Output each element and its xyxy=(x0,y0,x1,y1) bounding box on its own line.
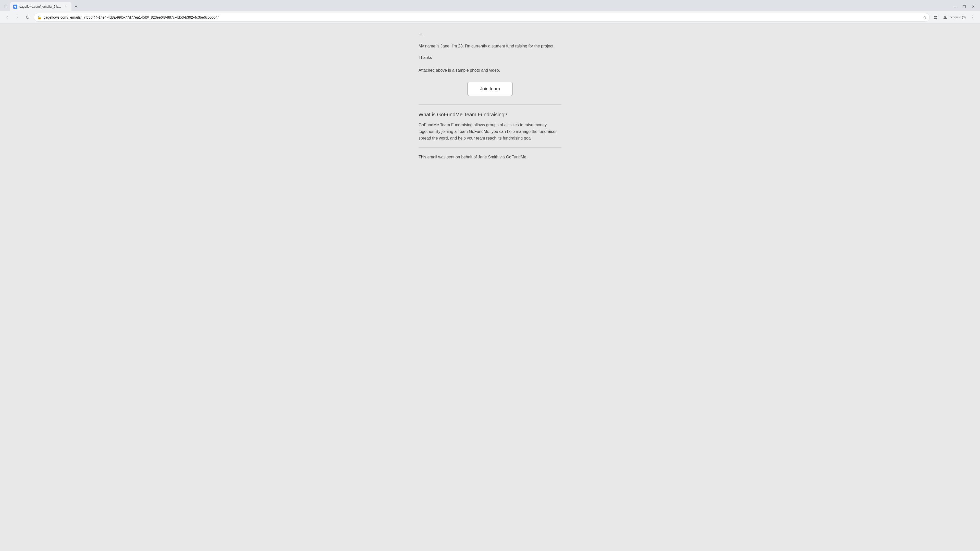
section-divider xyxy=(418,104,562,105)
new-tab-button[interactable]: + xyxy=(73,3,80,10)
join-button-container: Join team xyxy=(418,82,562,96)
url-text: pageflows.com/_emails/_7fb5df44-14e4-4d8… xyxy=(43,15,921,19)
window-controls: ─ ✕ xyxy=(951,3,978,10)
maximize-button[interactable] xyxy=(961,3,968,10)
more-options-button[interactable] xyxy=(969,13,977,21)
svg-rect-2 xyxy=(934,16,935,17)
tab-title: pageflows.com/_emails/_7fbs... xyxy=(19,5,62,8)
join-team-button[interactable]: Join team xyxy=(467,82,513,96)
footer-text: This email was sent on behalf of Jane Sm… xyxy=(418,154,562,160)
svg-point-9 xyxy=(973,17,974,18)
incognito-badge[interactable]: Incognito (3) xyxy=(941,14,968,21)
address-bar[interactable]: 🔒 pageflows.com/_emails/_7fb5df44-14e4-4… xyxy=(34,13,930,22)
svg-point-8 xyxy=(973,16,974,16)
tab-favicon xyxy=(13,5,18,9)
tab-list-button[interactable] xyxy=(2,3,9,10)
email-body: My name is Jane, I'm 28. I'm currently a… xyxy=(418,43,562,49)
lock-icon: 🔒 xyxy=(37,15,41,19)
section-title: What is GoFundMe Team Fundraising? xyxy=(418,112,562,118)
email-container: Hi, My name is Jane, I'm 28. I'm current… xyxy=(414,31,566,543)
svg-rect-1 xyxy=(963,5,966,8)
browser-chrome: pageflows.com/_emails/_7fbs... ✕ + ─ ✕ xyxy=(0,0,980,24)
forward-button[interactable] xyxy=(13,13,21,21)
tab-close-button[interactable]: ✕ xyxy=(64,4,68,9)
incognito-label: Incognito (3) xyxy=(948,16,966,19)
tab-bar: pageflows.com/_emails/_7fbs... ✕ + ─ ✕ xyxy=(0,0,980,11)
address-bar-row: 🔒 pageflows.com/_emails/_7fb5df44-14e4-4… xyxy=(0,11,980,24)
email-greeting: Hi, xyxy=(418,31,562,38)
close-button[interactable]: ✕ xyxy=(970,3,977,10)
svg-rect-5 xyxy=(936,17,937,19)
svg-point-0 xyxy=(14,6,16,8)
active-tab[interactable]: pageflows.com/_emails/_7fbs... ✕ xyxy=(10,2,72,11)
svg-rect-3 xyxy=(936,16,937,17)
minimize-button[interactable]: ─ xyxy=(951,3,959,10)
email-thanks: Thanks xyxy=(418,54,562,61)
back-button[interactable] xyxy=(3,13,11,21)
bookmark-icon[interactable]: ☆ xyxy=(923,15,926,20)
extensions-button[interactable] xyxy=(932,13,940,21)
svg-rect-7 xyxy=(945,16,946,17)
page-content: Hi, My name is Jane, I'm 28. I'm current… xyxy=(0,24,980,551)
svg-rect-4 xyxy=(934,17,935,19)
svg-point-10 xyxy=(973,19,974,19)
reload-button[interactable] xyxy=(24,13,32,21)
email-attachment-note: Attached above is a sample photo and vid… xyxy=(418,67,562,74)
browser-action-buttons: Incognito (3) xyxy=(932,13,977,21)
section-body: GoFundMe Team Fundraising allows groups … xyxy=(418,122,562,141)
